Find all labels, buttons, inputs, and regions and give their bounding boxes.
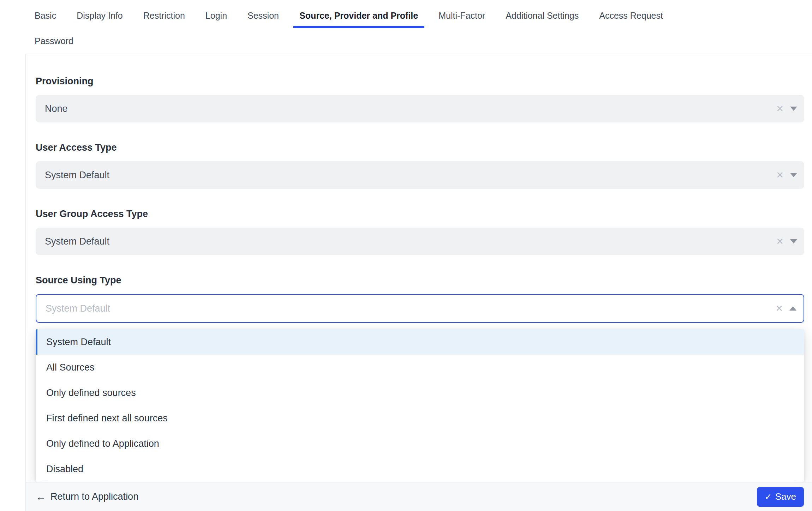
chevron-down-icon[interactable] <box>790 107 797 111</box>
provisioning-select[interactable]: None ✕ <box>36 95 804 122</box>
tab-source-provider-and-profile[interactable]: Source, Provider and Profile <box>299 3 418 28</box>
chevron-up-icon[interactable] <box>789 306 796 311</box>
tab-password[interactable]: Password <box>35 28 73 54</box>
option-system-default[interactable]: System Default <box>36 329 804 355</box>
back-arrow-icon: ← <box>36 492 46 502</box>
user-access-type-select-icons: ✕ <box>776 170 797 180</box>
save-button[interactable]: ✓ Save <box>757 487 804 507</box>
source-using-type-select[interactable]: System Default ✕ <box>36 294 804 323</box>
tab-basic[interactable]: Basic <box>35 3 56 28</box>
user-access-type-value: System Default <box>45 170 776 181</box>
source-using-type-select-icons: ✕ <box>775 304 796 313</box>
tab-row-2: Password <box>35 28 812 54</box>
settings-form: Provisioning None ✕ User Access Type Sys… <box>26 54 812 482</box>
option-only-defined-to-application[interactable]: Only defined to Application <box>36 431 804 456</box>
tab-row-1: Basic Display Info Restriction Login Ses… <box>35 3 812 28</box>
form-group-provisioning: Provisioning None ✕ <box>36 76 804 122</box>
tab-multi-factor[interactable]: Multi-Factor <box>438 3 485 28</box>
return-to-application-link[interactable]: ← Return to Application <box>36 491 138 502</box>
source-using-type-placeholder: System Default <box>46 303 775 314</box>
option-disabled[interactable]: Disabled <box>36 456 804 482</box>
chevron-down-icon[interactable] <box>790 239 797 244</box>
clear-icon[interactable]: ✕ <box>775 304 783 313</box>
clear-icon[interactable]: ✕ <box>776 237 784 246</box>
clear-icon[interactable]: ✕ <box>776 104 784 113</box>
main-panel: Provisioning None ✕ User Access Type Sys… <box>25 54 812 511</box>
tab-login[interactable]: Login <box>205 3 227 28</box>
source-using-type-dropdown: System Default All Sources Only defined … <box>36 329 804 482</box>
form-group-user-group-access-type: User Group Access Type System Default ✕ <box>36 209 804 255</box>
tab-access-request[interactable]: Access Request <box>599 3 663 28</box>
tab-session[interactable]: Session <box>247 3 279 28</box>
form-group-user-access-type: User Access Type System Default ✕ <box>36 142 804 189</box>
tab-restriction[interactable]: Restriction <box>143 3 185 28</box>
user-group-access-type-select[interactable]: System Default ✕ <box>36 228 804 255</box>
check-icon: ✓ <box>765 493 772 501</box>
form-group-source-using-type: Source Using Type System Default ✕ Syste… <box>36 275 804 482</box>
footer-bar: ← Return to Application ✓ Save <box>26 482 812 511</box>
tab-additional-settings[interactable]: Additional Settings <box>506 3 579 28</box>
tab-display-info[interactable]: Display Info <box>77 3 123 28</box>
user-access-type-label: User Access Type <box>36 142 804 153</box>
provisioning-select-icons: ✕ <box>776 104 797 113</box>
user-group-access-type-select-icons: ✕ <box>776 237 797 246</box>
provisioning-value: None <box>45 103 776 114</box>
user-group-access-type-label: User Group Access Type <box>36 209 804 220</box>
option-all-sources[interactable]: All Sources <box>36 355 804 380</box>
option-first-defined-next-all-sources[interactable]: First defined next all sources <box>36 405 804 431</box>
save-button-label: Save <box>775 491 796 502</box>
provisioning-label: Provisioning <box>36 76 804 87</box>
tab-bar: Basic Display Info Restriction Login Ses… <box>0 0 812 54</box>
source-using-type-label: Source Using Type <box>36 275 804 286</box>
return-link-label: Return to Application <box>50 491 138 502</box>
user-group-access-type-value: System Default <box>45 236 776 247</box>
clear-icon[interactable]: ✕ <box>776 170 784 180</box>
option-only-defined-sources[interactable]: Only defined sources <box>36 380 804 405</box>
chevron-down-icon[interactable] <box>790 173 797 177</box>
user-access-type-select[interactable]: System Default ✕ <box>36 161 804 189</box>
